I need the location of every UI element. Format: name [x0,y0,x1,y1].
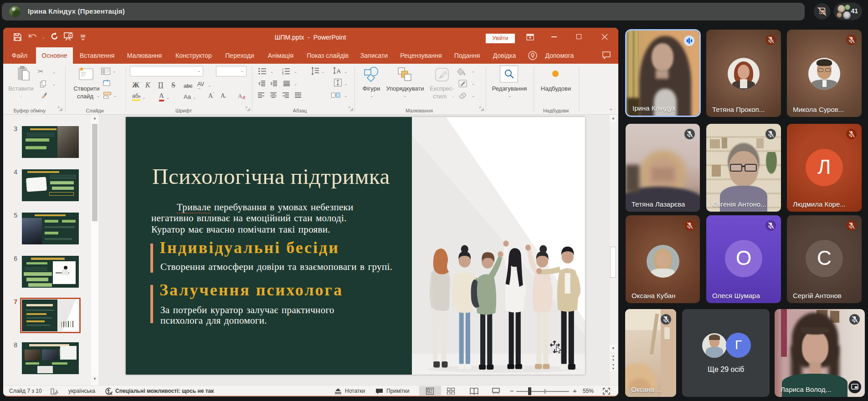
svg-text:А: А [238,92,242,99]
svg-text:A: A [337,68,341,75]
svg-text:3: 3 [282,72,284,75]
